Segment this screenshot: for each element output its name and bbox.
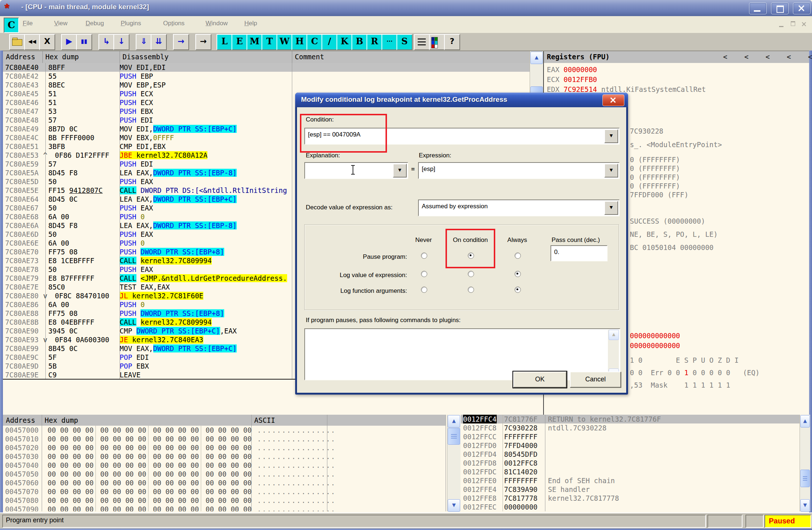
dump-row[interactable]: 0045702000 00 00 0000 00 00 0000 00 00 0… (3, 443, 446, 452)
minimize-button[interactable] (749, 3, 767, 14)
stack-row[interactable]: 0012FFEC00000000 (461, 503, 800, 511)
run-trace-button[interactable]: ··· (381, 34, 398, 50)
appearance-icon[interactable] (429, 34, 445, 50)
dump-row[interactable]: 0045708000 00 00 0000 00 00 0000 00 00 0… (3, 496, 446, 505)
dump-row[interactable]: 0045705000 00 00 0000 00 00 0000 00 00 0… (3, 470, 446, 478)
chevron-left-icon[interactable]: < (723, 52, 727, 61)
menu-debug[interactable]: Debug (86, 20, 104, 27)
dump-row[interactable]: 0045704000 00 00 0000 00 00 0000 00 00 0… (3, 461, 446, 470)
memory-map-button[interactable]: M (247, 34, 263, 50)
cpu-button[interactable]: C (307, 34, 323, 50)
col-ascii[interactable]: ASCII (254, 416, 275, 425)
chevron-down-icon[interactable]: ▼ (393, 164, 407, 178)
col-comment[interactable]: Comment (295, 52, 324, 61)
threads-button[interactable]: T (262, 34, 278, 50)
mdi-restore-icon[interactable] (789, 20, 797, 28)
menu-help[interactable]: Help (244, 20, 257, 27)
open-file-icon[interactable] (9, 34, 25, 50)
step-over-icon[interactable]: ↓ (113, 34, 129, 50)
register-row[interactable]: ECX 0012FFB0 (547, 75, 597, 84)
col-address[interactable]: Address (6, 52, 35, 61)
explanation-input[interactable]: ▼ (304, 162, 408, 179)
maximize-button[interactable] (771, 3, 789, 14)
decode-select[interactable]: Assumed by expression ▼ (418, 199, 620, 216)
stack-row[interactable]: 0012FFE0FFFFFFFFEnd of SEH chain (461, 476, 800, 485)
chevron-down-icon[interactable]: ▼ (604, 164, 618, 178)
dump-row[interactable]: 0045700000 00 00 0000 00 00 0000 00 00 0… (3, 426, 446, 434)
radio-log-function-arguments-on-condition[interactable] (468, 287, 474, 293)
stack-row[interactable]: 0012FFDC81C14020 (461, 467, 800, 476)
stack-row[interactable]: 0012FFC87C930228ntdll.7C930228 (461, 423, 800, 432)
ok-button[interactable]: OK (513, 372, 567, 388)
chevron-left-icon[interactable]: < (766, 52, 770, 61)
radio-log-value-of-expression-never[interactable] (421, 271, 427, 277)
scroll-up-icon[interactable]: ▲ (530, 52, 543, 64)
executables-button[interactable]: E (232, 34, 248, 50)
disasm-row[interactable]: 7C80AE408BFFMOV EDI,EDI (3, 63, 530, 72)
stack-row[interactable]: 0012FFE87C817778kernel32.7C817778 (461, 494, 800, 503)
handles-button[interactable]: H (292, 34, 308, 50)
dump-row[interactable]: 0045701000 00 00 0000 00 00 0000 00 00 0… (3, 434, 446, 443)
expression-input[interactable]: [esp] ▼ (418, 162, 620, 179)
animate-into-icon[interactable]: ⇓ (136, 34, 152, 50)
chevron-down-icon[interactable]: ▼ (604, 201, 618, 215)
animate-over-icon[interactable]: ⇊ (151, 34, 167, 50)
dump-row[interactable]: 0045706000 00 00 0000 00 00 0000 00 00 0… (3, 478, 446, 487)
scroll-up-icon[interactable]: ▲ (800, 415, 810, 428)
dialog-close-icon[interactable] (602, 94, 624, 106)
run-icon[interactable]: ▶ (61, 34, 77, 50)
col-address[interactable]: Address (6, 416, 35, 425)
pause-icon[interactable]: ▮▮ (76, 34, 92, 50)
mdi-minimize-icon[interactable] (778, 20, 786, 28)
pass-count-input[interactable]: 0. (550, 245, 608, 261)
scroll-up-icon[interactable]: ▲ (448, 415, 460, 428)
radio-pause-program-never[interactable] (421, 253, 427, 259)
scroll-down-icon[interactable]: ▼ (800, 499, 810, 512)
disasm-row[interactable]: 7C80AE438BECMOV EBP,ESP (3, 81, 530, 89)
scroll-down-icon[interactable]: ▼ (448, 499, 460, 512)
source-button[interactable]: S (396, 34, 413, 50)
menu-window[interactable]: Window (206, 20, 228, 27)
stack-scrollbar[interactable]: ▲ ▼ (800, 415, 810, 511)
radio-log-function-arguments-never[interactable] (421, 287, 427, 293)
scroll-thumb[interactable] (448, 428, 460, 445)
disasm-row[interactable]: 7C80AE4255PUSH EBP (3, 72, 530, 81)
references-button[interactable]: R (366, 34, 383, 50)
cpu-window-icon[interactable]: C (4, 18, 19, 33)
stack-row[interactable]: 0012FFD480545DFD (461, 450, 800, 459)
chevron-left-icon[interactable]: < (744, 52, 748, 61)
go-to-icon[interactable]: → (195, 34, 211, 50)
chevron-left-icon[interactable]: < (787, 52, 791, 61)
stack-row[interactable]: 0012FFD07FFD4000 (461, 441, 800, 450)
register-row[interactable]: EAX 00000000 (547, 65, 597, 74)
stack-row[interactable]: 0012FFE47C839A90SE handler (461, 485, 800, 494)
stack-row[interactable]: 0012FFC47C81776FRETURN to kernel32.7C817… (461, 415, 800, 423)
stack-row[interactable]: 0012FFD80012FFC8 (461, 459, 800, 467)
dump-scrollbar[interactable]: ▲ ▼ (447, 415, 460, 511)
breakpoints-button[interactable]: B (352, 34, 368, 50)
execute-till-return-icon[interactable]: → (173, 34, 189, 50)
close-program-icon[interactable]: X (39, 34, 55, 50)
close-button[interactable] (793, 3, 811, 14)
stack-row[interactable]: 0012FFCCFFFFFFFF (461, 432, 800, 441)
radio-log-value-of-expression-always[interactable] (515, 271, 521, 277)
restart-icon[interactable]: ◀◀ (24, 34, 40, 50)
radio-pause-program-always[interactable] (515, 253, 521, 259)
cancel-button[interactable]: Cancel (570, 372, 621, 388)
col-hexdump[interactable]: Hex dump (45, 52, 79, 61)
patches-button[interactable]: / (322, 34, 338, 50)
menu-file[interactable]: File (23, 20, 33, 27)
scroll-up-icon[interactable]: ▲ (609, 330, 619, 340)
log-window-button[interactable]: L (217, 34, 233, 50)
chevron-down-icon[interactable]: ▼ (604, 129, 618, 143)
dialog-title-bar[interactable]: Modify conditional log breakpoint at ker… (295, 93, 628, 107)
mdi-close-icon[interactable] (800, 20, 808, 28)
col-disassembly[interactable]: Disassembly (123, 52, 169, 61)
radio-log-function-arguments-always[interactable] (515, 287, 521, 293)
dump-row[interactable]: 0045707000 00 00 0000 00 00 0000 00 00 0… (3, 487, 446, 496)
menu-plugins[interactable]: Plugins (121, 20, 141, 27)
scroll-thumb[interactable] (800, 470, 810, 487)
dump-row[interactable]: 0045709000 00 00 0000 00 00 0000 00 00 0… (3, 505, 446, 511)
col-hexdump[interactable]: Hex dump (45, 416, 78, 425)
chevron-left-icon[interactable]: < (808, 52, 812, 61)
